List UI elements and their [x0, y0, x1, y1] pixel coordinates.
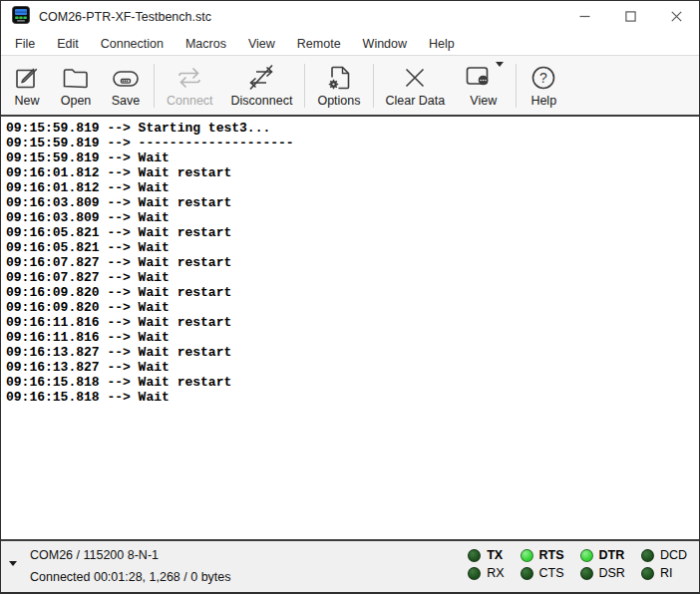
open-button[interactable]: Open — [51, 59, 101, 113]
log-line: 09:16:03.809 --> Wait restart — [6, 195, 697, 210]
log-area[interactable]: 09:15:59.819 --> Starting test3...09:15:… — [1, 117, 699, 539]
menu-item-connection[interactable]: Connection — [90, 34, 175, 54]
log-line: 09:16:03.809 --> Wait — [6, 210, 697, 225]
maximize-button[interactable] — [607, 1, 653, 32]
log-line: 09:16:11.816 --> Wait — [6, 330, 697, 345]
log-line: 09:16:11.816 --> Wait restart — [6, 315, 697, 330]
app-icon — [12, 6, 30, 28]
status-dropdown-caret-icon[interactable] — [9, 561, 17, 566]
new-label: New — [14, 94, 39, 108]
status-texts: COM26 / 115200 8-N-1 Connected 00:01:28,… — [30, 541, 231, 588]
open-label: Open — [61, 94, 92, 108]
title-bar: COM26-PTR-XF-Testbench.stc — [1, 1, 699, 32]
menu-item-remote[interactable]: Remote — [286, 34, 352, 54]
led-cts-icon — [521, 567, 533, 580]
led-tx-icon — [468, 549, 481, 562]
log-line: 09:16:15.818 --> Wait — [6, 390, 697, 405]
clear-data-label: Clear Data — [386, 94, 446, 108]
view-button[interactable]: View — [454, 59, 513, 113]
log-line: 09:16:15.818 --> Wait restart — [6, 375, 697, 390]
log-line: 09:15:59.819 --> -------------------- — [6, 136, 697, 150]
toolbar-separator — [373, 64, 374, 108]
led-label: DSR — [599, 566, 625, 580]
save-drive-icon — [110, 63, 142, 93]
menu-item-view[interactable]: View — [237, 34, 286, 54]
new-icon — [12, 63, 42, 93]
status-indicators: TXRTSDTRDCDRXCTSDSRRI — [468, 541, 687, 580]
indicator-dcd: DCD — [641, 548, 687, 562]
toolbar: New Open Save — [1, 55, 699, 117]
log-line: 09:16:07.827 --> Wait — [6, 270, 697, 285]
led-rx-icon — [468, 567, 481, 580]
connect-button: Connect — [158, 59, 222, 113]
window-title: COM26-PTR-XF-Testbench.stc — [39, 10, 211, 24]
led-label: CTS — [539, 566, 564, 580]
log-line: 09:16:01.812 --> Wait restart — [6, 165, 697, 180]
menu-item-edit[interactable]: Edit — [46, 34, 90, 54]
led-rts-icon — [521, 549, 533, 562]
indicator-dtr: DTR — [580, 548, 625, 562]
log-line: 09:16:13.827 --> Wait — [6, 360, 697, 375]
log-line: 09:16:01.812 --> Wait — [6, 180, 697, 195]
menu-item-window[interactable]: Window — [352, 34, 418, 54]
close-button[interactable] — [653, 1, 699, 32]
led-label: DTR — [599, 548, 625, 562]
log-line: 09:15:59.819 --> Starting test3... — [6, 121, 697, 136]
toolbar-separator — [154, 64, 155, 108]
led-dcd-icon — [641, 549, 654, 562]
led-dtr-icon — [580, 549, 593, 562]
led-label: DCD — [660, 548, 687, 562]
open-folder-icon — [60, 63, 92, 93]
log-line: 09:15:59.819 --> Wait — [6, 150, 697, 165]
toolbar-separator — [304, 64, 305, 108]
menu-item-macros[interactable]: Macros — [175, 34, 237, 54]
disconnect-button[interactable]: Disconnect — [222, 59, 302, 113]
help-label: Help — [530, 94, 556, 108]
indicator-rts: RTS — [521, 548, 564, 562]
toolbar-separator — [516, 64, 517, 108]
options-button[interactable]: Options — [308, 59, 369, 113]
clear-data-button[interactable]: Clear Data — [377, 59, 455, 113]
log-line: 09:16:09.820 --> Wait restart — [6, 285, 697, 300]
menu-item-help[interactable]: Help — [418, 34, 466, 54]
led-label: RX — [487, 566, 504, 580]
help-question-icon: ? — [528, 63, 558, 93]
indicator-rx: RX — [468, 566, 504, 580]
led-dsr-icon — [580, 567, 593, 580]
log-line: 09:16:09.820 --> Wait — [6, 300, 697, 315]
view-label: View — [470, 94, 497, 108]
save-label: Save — [112, 94, 141, 108]
new-button[interactable]: New — [3, 59, 51, 113]
view-dropdown-caret-icon[interactable] — [496, 62, 504, 67]
menu-item-file[interactable]: File — [4, 34, 46, 54]
indicator-cts: CTS — [521, 566, 564, 580]
caption-buttons — [561, 1, 699, 32]
svg-text:?: ? — [539, 70, 547, 86]
connection-settings: COM26 / 115200 8-N-1 — [30, 544, 231, 566]
app-window: COM26-PTR-XF-Testbench.stc FileEditConne… — [0, 0, 700, 594]
disconnect-label: Disconnect — [231, 94, 293, 108]
options-label: Options — [317, 94, 360, 108]
save-button[interactable]: Save — [101, 59, 151, 113]
led-label: RI — [660, 566, 673, 580]
led-ri-icon — [641, 567, 654, 580]
led-label: TX — [487, 548, 503, 562]
log-line: 09:16:05.821 --> Wait restart — [6, 225, 697, 240]
menu-bar: FileEditConnectionMacrosViewRemoteWindow… — [1, 32, 699, 55]
log-line: 09:16:07.827 --> Wait restart — [6, 255, 697, 270]
options-gear-document-icon — [324, 63, 354, 93]
log-line: 09:16:05.821 --> Wait — [6, 240, 697, 255]
indicator-dsr: DSR — [580, 566, 625, 580]
status-bar: COM26 / 115200 8-N-1 Connected 00:01:28,… — [1, 539, 699, 592]
help-button[interactable]: ? Help — [520, 59, 567, 113]
clear-data-x-icon — [400, 63, 430, 93]
connect-label: Connect — [167, 94, 213, 108]
view-window-icon — [463, 60, 493, 93]
disconnect-icon — [244, 63, 278, 93]
indicator-tx: TX — [468, 548, 504, 562]
log-line: 09:16:13.827 --> Wait restart — [6, 345, 697, 360]
minimize-button[interactable] — [561, 1, 607, 32]
connect-icon — [174, 63, 205, 93]
led-label: RTS — [539, 548, 564, 562]
session-stats: Connected 00:01:28, 1,268 / 0 bytes — [30, 566, 231, 588]
